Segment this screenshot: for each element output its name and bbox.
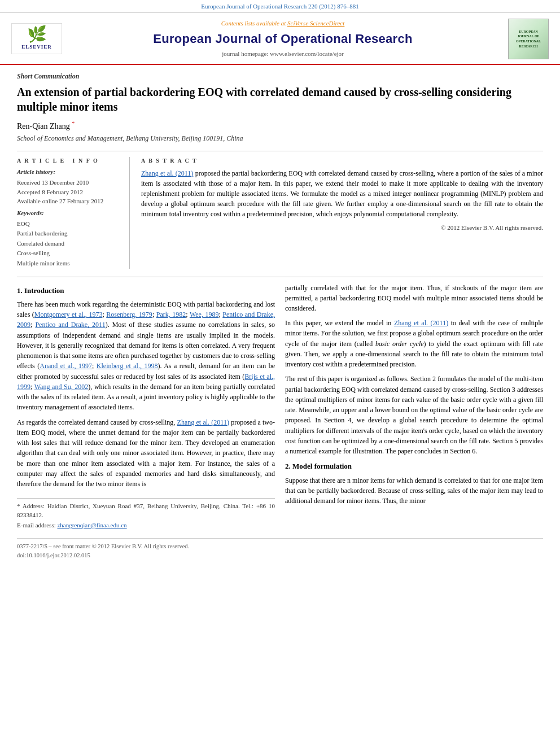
abstract-body-text: proposed the partial backordering EOQ wi… [141, 169, 543, 218]
history-label: Article history: [17, 168, 120, 177]
author-name: Ren-Qian Zhang * [17, 120, 543, 132]
article-type: Short Communication [17, 72, 543, 81]
section2-number: 2. [285, 462, 291, 470]
author-affiliation: School of Economics and Management, Beih… [17, 134, 543, 143]
divider-1 [17, 151, 543, 151]
author-name-text: Ren-Qian Zhang [17, 122, 70, 130]
footnote-email-address[interactable]: zhangrenqian@finaa.edu.cn [57, 522, 126, 528]
keyword-5: Multiple minor items [17, 259, 120, 269]
sciverse-prefix: Contents lists available at [221, 20, 287, 27]
received-date: Received 13 December 2010 [17, 178, 120, 187]
section2-heading: 2. Model formulation [285, 461, 543, 472]
sciverse-link[interactable]: SciVerse ScienceDirect [287, 20, 344, 27]
ref-wang[interactable]: Wang and Su, 2002 [34, 383, 89, 391]
doi-line: doi:10.1016/j.ejor.2012.02.015 [17, 551, 543, 560]
elsevier-logo: 🌿 ELSEVIER [11, 23, 62, 54]
journal-citation-bar: European Journal of Operational Research… [0, 0, 560, 13]
elsevier-name: ELSEVIER [21, 43, 52, 51]
ref-zhang2011-right[interactable]: Zhang et al. (2011) [394, 319, 448, 327]
elsevier-tree-icon: 🌿 [27, 27, 47, 42]
article-content: Short Communication An extension of part… [0, 65, 560, 571]
journal-logo-right: EUROPEANJOURNAL OFOPERATIONALRESEARCH [504, 19, 549, 59]
keyword-1: EOQ [17, 219, 120, 229]
journal-title: European Journal of Operational Research [62, 30, 504, 48]
footnote-address: * Address: Haidian District, Xueyuan Roa… [17, 502, 275, 519]
section2-title: Model formulation [292, 462, 352, 470]
available-date: Available online 27 February 2012 [17, 196, 120, 206]
keyword-2: Partial backordering [17, 229, 120, 239]
footnote-email-label: E-mail address: [17, 522, 56, 528]
ref-anand[interactable]: Anand et al., 1997 [40, 362, 92, 370]
footnotes: * Address: Haidian District, Xueyuan Roa… [17, 498, 275, 530]
ref-kleinberg[interactable]: Kleinberg et al., 1998 [97, 362, 158, 370]
divider-2 [17, 277, 543, 277]
left-column: 1. Introduction There has been much work… [17, 283, 275, 532]
accepted-date: Accepted 8 February 2012 [17, 187, 120, 197]
journal-homepage: journal homepage: www.elsevier.com/locat… [62, 50, 504, 59]
keyword-4: Cross-selling [17, 248, 120, 259]
abstract-copyright: © 2012 Elsevier B.V. All rights reserved… [141, 224, 543, 233]
article-info-panel: A R T I C L E I N F O Article history: R… [17, 157, 130, 269]
ejor-logo-box: EUROPEANJOURNAL OFOPERATIONALRESEARCH [508, 19, 549, 59]
right-para-3: The rest of this paper is organized as f… [285, 374, 543, 456]
bottom-bar: 0377-2217/$ – see front matter © 2012 El… [17, 538, 543, 559]
issn-line: 0377-2217/$ – see front matter © 2012 El… [17, 542, 543, 551]
author-sup: * [72, 120, 75, 126]
footnote-email: E-mail address: zhangrenqian@finaa.edu.c… [17, 521, 275, 530]
intro-para-2: As regards the correlated demand caused … [17, 417, 275, 490]
intro-number: 1. [17, 286, 23, 295]
journal-header: 🌿 ELSEVIER Contents lists available at S… [0, 13, 560, 65]
journal-center-info: Contents lists available at SciVerse Sci… [62, 19, 504, 59]
intro-heading: 1. Introduction [17, 285, 275, 296]
right-para-2: In this paper, we extend the model in Zh… [285, 318, 543, 369]
ref-wee[interactable]: Wee, 1989 [190, 311, 219, 318]
ref-park[interactable]: Park, 1982 [156, 311, 186, 318]
article-info-heading: A R T I C L E I N F O [17, 157, 120, 165]
journal-citation: European Journal of Operational Research… [201, 3, 359, 10]
ejor-logo-text: EUROPEANJOURNAL OFOPERATIONALRESEARCH [516, 29, 541, 49]
keyword-3: Correlated demand [17, 239, 120, 249]
elsevier-logo-container: 🌿 ELSEVIER [11, 23, 62, 54]
article-title: An extension of partial backordering EOQ… [17, 85, 543, 114]
ref-montgomery[interactable]: Montgomery et al., 1973 [34, 311, 103, 318]
right-column: partially correlated with that for the m… [285, 283, 543, 532]
abstract-link-zhang[interactable]: Zhang et al. (2011) [141, 169, 193, 177]
sciverse-line: Contents lists available at SciVerse Sci… [62, 19, 504, 28]
ref-zhang2011-p2[interactable]: Zhang et al. (2011) [177, 418, 229, 426]
body-columns: 1. Introduction There has been much work… [17, 283, 543, 532]
abstract-panel: A B S T R A C T Zhang et al. (2011) prop… [141, 157, 543, 269]
intro-title: Introduction [24, 286, 64, 295]
intro-para-1: There has been much work regarding the d… [17, 299, 275, 413]
abstract-heading: A B S T R A C T [141, 157, 543, 165]
right-para-1: partially correlated with that for the m… [285, 283, 543, 314]
ref-pentico2011[interactable]: Pentico and Drake, 2011 [35, 321, 105, 329]
ref-rosenberg[interactable]: Rosenberg, 1979 [106, 311, 152, 318]
info-abstract-section: A R T I C L E I N F O Article history: R… [17, 157, 543, 269]
keywords-label: Keywords: [17, 209, 120, 218]
section2-text: Suppose that there are n minor items for… [285, 475, 543, 506]
abstract-body: Zhang et al. (2011) proposed the partial… [141, 168, 543, 219]
